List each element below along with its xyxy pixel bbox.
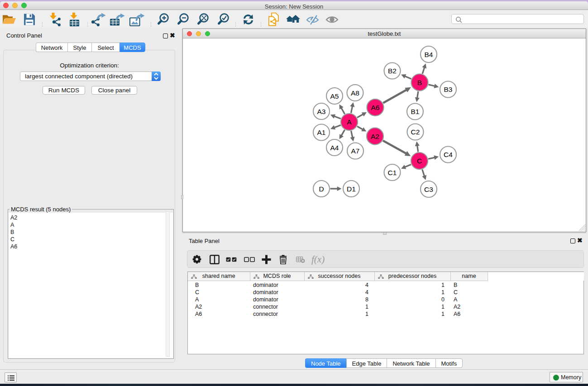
svg-text:A1: A1 xyxy=(317,129,326,136)
svg-text:A4: A4 xyxy=(330,144,339,152)
svg-text:B2: B2 xyxy=(388,67,397,75)
svg-text:B: B xyxy=(417,79,422,86)
svg-text:B3: B3 xyxy=(444,86,453,93)
svg-text:C3: C3 xyxy=(424,186,433,193)
svg-text:D1: D1 xyxy=(347,185,356,193)
svg-text:A: A xyxy=(347,118,352,126)
svg-text:C4: C4 xyxy=(444,151,453,158)
svg-text:B1: B1 xyxy=(411,108,420,115)
svg-text:B4: B4 xyxy=(425,51,433,58)
svg-text:C2: C2 xyxy=(411,128,420,136)
svg-text:A5: A5 xyxy=(330,92,339,100)
svg-text:A6: A6 xyxy=(371,104,380,111)
svg-text:A8: A8 xyxy=(351,89,359,97)
svg-text:A3: A3 xyxy=(317,108,326,115)
svg-text:A7: A7 xyxy=(351,147,360,155)
svg-text:A2: A2 xyxy=(371,133,379,140)
svg-text:C: C xyxy=(417,157,422,165)
svg-text:D: D xyxy=(319,185,324,193)
svg-text:C1: C1 xyxy=(388,169,397,176)
